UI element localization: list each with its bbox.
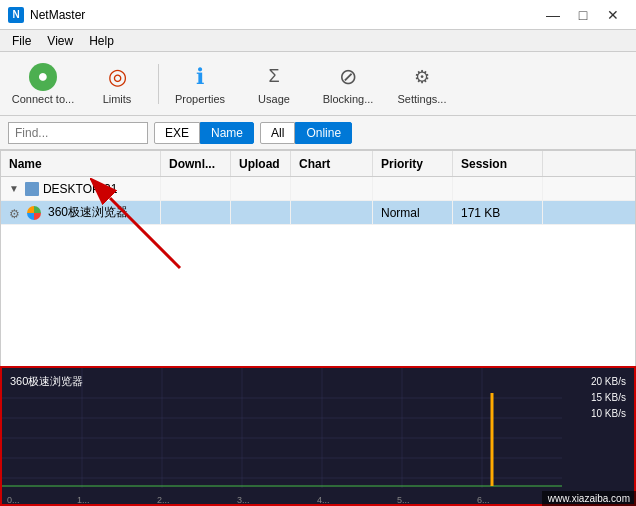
properties-icon: ℹ <box>186 63 214 91</box>
group-label: DESKTOP-31 <box>43 182 117 196</box>
chart-title: 360极速浏览器 <box>10 374 83 389</box>
row-priority: Normal <box>373 201 453 224</box>
svg-text:1...: 1... <box>77 495 90 505</box>
settings-button[interactable]: ⚙ Settings... <box>387 56 457 112</box>
col-session: Session <box>453 151 543 176</box>
col-chart: Chart <box>291 151 373 176</box>
table-header: Name Downl... Upload Chart Priority Sess… <box>1 151 635 177</box>
menu-view[interactable]: View <box>39 32 81 50</box>
filter-name-button[interactable]: Name <box>200 122 254 144</box>
group-upload <box>231 177 291 200</box>
blocking-icon: ⊘ <box>334 63 362 91</box>
svg-text:2...: 2... <box>157 495 170 505</box>
search-input[interactable] <box>8 122 148 144</box>
svg-text:3...: 3... <box>237 495 250 505</box>
row-upload <box>231 201 291 224</box>
limits-icon: ◎ <box>103 63 131 91</box>
row-download <box>161 201 231 224</box>
browser-icon <box>27 206 41 220</box>
toolbar: ● Connect to... ◎ Limits ℹ Properties Σ … <box>0 52 636 116</box>
window-controls: — □ ✕ <box>538 3 628 27</box>
app-title: NetMaster <box>30 8 538 22</box>
watermark: www.xiazaiba.com <box>542 491 636 506</box>
toolbar-separator <box>158 64 159 104</box>
gear-icon: ⚙ <box>9 207 21 219</box>
col-upload: Upload <box>231 151 291 176</box>
minimize-button[interactable]: — <box>538 3 568 27</box>
expand-icon: ▼ <box>9 183 19 194</box>
type-filter-group: EXE Name <box>154 122 254 144</box>
menu-file[interactable]: File <box>4 32 39 50</box>
filter-online-button[interactable]: Online <box>295 122 352 144</box>
group-download <box>161 177 231 200</box>
usage-button[interactable]: Σ Usage <box>239 56 309 112</box>
properties-button[interactable]: ℹ Properties <box>165 56 235 112</box>
row-session: 171 KB <box>453 201 543 224</box>
limits-button[interactable]: ◎ Limits <box>82 56 152 112</box>
chart-grid: 0... 1... 2... 3... 4... 5... 6... <box>2 368 636 506</box>
group-priority <box>373 177 453 200</box>
app-icon: N <box>8 7 24 23</box>
title-bar: N NetMaster — □ ✕ <box>0 0 636 30</box>
menu-bar: File View Help <box>0 30 636 52</box>
group-session <box>453 177 543 200</box>
blocking-button[interactable]: ⊘ Blocking... <box>313 56 383 112</box>
group-name: ▼ DESKTOP-31 <box>1 177 161 200</box>
maximize-button[interactable]: □ <box>568 3 598 27</box>
filter-all-button[interactable]: All <box>260 122 295 144</box>
filter-exe-button[interactable]: EXE <box>154 122 200 144</box>
menu-help[interactable]: Help <box>81 32 122 50</box>
col-download: Downl... <box>161 151 231 176</box>
connect-button[interactable]: ● Connect to... <box>8 56 78 112</box>
settings-icon: ⚙ <box>408 63 436 91</box>
scope-filter-group: All Online <box>260 122 352 144</box>
svg-text:4...: 4... <box>317 495 330 505</box>
connect-icon: ● <box>29 63 57 91</box>
chart-area: 360极速浏览器 20 KB/s 15 KB/s 10 KB/s <box>0 366 636 506</box>
col-priority: Priority <box>373 151 453 176</box>
table-row[interactable]: ⚙ 360极速浏览器 Normal 171 KB <box>1 201 635 225</box>
computer-icon <box>25 182 39 196</box>
svg-text:0...: 0... <box>7 495 20 505</box>
row-label: 360极速浏览器 <box>48 204 128 221</box>
usage-icon: Σ <box>260 63 288 91</box>
col-name: Name <box>1 151 161 176</box>
row-name: ⚙ 360极速浏览器 <box>1 201 161 224</box>
filter-bar: EXE Name All Online <box>0 116 636 150</box>
row-chart <box>291 201 373 224</box>
main-table: Name Downl... Upload Chart Priority Sess… <box>0 150 636 370</box>
group-row-desktop[interactable]: ▼ DESKTOP-31 <box>1 177 635 201</box>
svg-text:6...: 6... <box>477 495 490 505</box>
group-chart <box>291 177 373 200</box>
svg-text:5...: 5... <box>397 495 410 505</box>
close-button[interactable]: ✕ <box>598 3 628 27</box>
table-body: ▼ DESKTOP-31 ⚙ 360极速浏览器 <box>1 177 635 225</box>
